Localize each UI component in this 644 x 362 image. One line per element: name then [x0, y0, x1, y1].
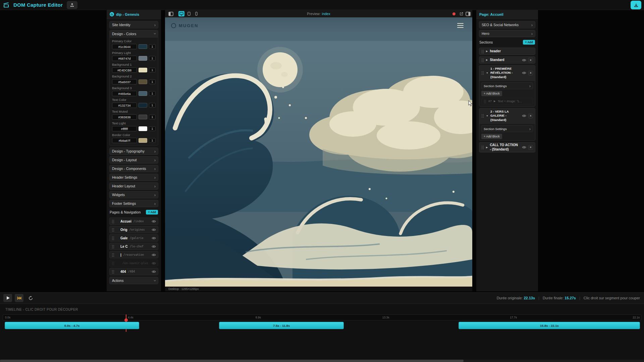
- reset-button[interactable]: [26, 294, 35, 302]
- accordion-header-settings[interactable]: Header Settings›: [109, 174, 158, 181]
- page-name[interactable]: 404: [120, 270, 126, 274]
- accordion-design-layout[interactable]: Design - Layout›: [109, 156, 158, 164]
- accordion-site-identity[interactable]: Site Identity›: [109, 21, 158, 28]
- add-section-button[interactable]: + Add: [523, 40, 535, 45]
- page-row[interactable]: Accuei/index: [109, 218, 158, 225]
- section-row[interactable]: ▼2 - VERS LA GALERIE - (Standard)×: [479, 108, 535, 124]
- color-hex-input[interactable]: #465e6a: [112, 91, 137, 96]
- section-row[interactable]: ▶CALL TO ACTION - (Standard)×: [479, 142, 535, 153]
- triangle-right-icon[interactable]: ▶: [486, 50, 488, 53]
- drag-handle-icon[interactable]: [112, 270, 114, 274]
- play-button[interactable]: [3, 294, 12, 302]
- color-swatch[interactable]: [139, 68, 147, 72]
- drag-handle-icon[interactable]: [481, 58, 484, 62]
- accordion-design-colors[interactable]: Design - Colors ›: [110, 30, 158, 38]
- upload-button[interactable]: [67, 1, 77, 9]
- add-block-button[interactable]: + Add Block: [481, 91, 502, 96]
- remove-section-button[interactable]: ×: [528, 114, 533, 118]
- toggle-visibility-button[interactable]: [152, 228, 156, 231]
- record-button[interactable]: [451, 11, 457, 16]
- triangle-right-icon[interactable]: ▶: [486, 59, 488, 61]
- toggle-visibility-button[interactable]: [152, 262, 156, 265]
- section-row[interactable]: ▼1 - PREMIÈRE RÉVÉLATION - (Standard)×: [479, 65, 535, 81]
- accordion-design-components[interactable]: Design - Components›: [109, 165, 158, 172]
- color-opacity-input[interactable]: 1: [149, 79, 156, 84]
- remove-section-button[interactable]: ×: [528, 58, 533, 62]
- toggle-visibility-button[interactable]: [152, 237, 156, 240]
- scrollbar-thumb[interactable]: [0, 360, 464, 362]
- color-hex-input[interactable]: #ffffff: [112, 126, 137, 131]
- triangle-down-icon[interactable]: ▼: [486, 115, 488, 117]
- remove-section-button[interactable]: ×: [528, 145, 533, 150]
- page-name[interactable]: |: [120, 253, 121, 257]
- drag-handle-icon[interactable]: [481, 50, 484, 53]
- open-external-button[interactable]: [458, 11, 464, 16]
- accordion-design-typography[interactable]: Design - Typography›: [109, 147, 158, 155]
- drag-handle-icon[interactable]: [112, 236, 114, 240]
- toggle-right-panel-button[interactable]: [465, 11, 471, 16]
- color-opacity-input[interactable]: 1: [149, 68, 156, 72]
- page-row[interactable]: Gale/galerie: [109, 234, 158, 242]
- page-row[interactable]: Le C/le-chef: [109, 243, 158, 250]
- color-swatch[interactable]: [139, 91, 147, 96]
- color-swatch[interactable]: [139, 103, 147, 108]
- triangle-down-icon[interactable]: ▼: [486, 72, 488, 74]
- color-swatch[interactable]: [139, 138, 147, 143]
- drag-handle-icon[interactable]: [112, 253, 114, 257]
- page-name[interactable]: Accuei: [120, 220, 131, 223]
- color-hex-input[interactable]: #68747d: [112, 56, 137, 61]
- horizontal-scrollbar[interactable]: [0, 360, 644, 362]
- drag-handle-icon[interactable]: [484, 100, 486, 103]
- accordion-header-layout[interactable]: Header Layout›: [109, 182, 158, 190]
- accordion-footer-settings[interactable]: Footer Settings›: [109, 200, 158, 207]
- page-name[interactable]: Le C: [120, 245, 128, 248]
- timeline-segment[interactable]: 0.0s - 4.7s: [5, 322, 140, 329]
- drag-handle-icon[interactable]: [112, 261, 114, 265]
- page-row[interactable]: Orig/origines: [109, 226, 158, 233]
- accordion-hero[interactable]: Hero›: [479, 30, 535, 37]
- toggle-visibility-button[interactable]: [522, 59, 526, 62]
- page-row[interactable]: |/reservation: [109, 251, 158, 258]
- page-name[interactable]: Orig: [120, 228, 127, 232]
- drag-handle-icon[interactable]: [112, 245, 114, 248]
- toggle-visibility-button[interactable]: [152, 253, 156, 256]
- remove-section-button[interactable]: ×: [528, 71, 533, 75]
- color-swatch[interactable]: [139, 115, 147, 119]
- add-block-button[interactable]: + Add Block: [481, 134, 502, 139]
- triangle-right-icon[interactable]: ▶: [494, 100, 495, 103]
- color-opacity-input[interactable]: 1: [149, 44, 156, 49]
- page-row[interactable]: 404/404: [109, 268, 158, 275]
- color-hex-input[interactable]: #1c3644: [112, 44, 137, 49]
- site-logo[interactable]: MUGEN: [171, 23, 198, 28]
- toggle-visibility-button[interactable]: [152, 220, 156, 223]
- drag-handle-icon[interactable]: [481, 145, 484, 149]
- color-hex-input[interactable]: #E4DCB8: [112, 67, 137, 73]
- drag-handle-icon[interactable]: [481, 71, 484, 75]
- color-opacity-input[interactable]: 1: [149, 56, 156, 61]
- skip-to-start-button[interactable]: [15, 294, 23, 302]
- accordion-actions[interactable]: Actions ›: [109, 277, 158, 284]
- color-opacity-input[interactable]: 1: [149, 103, 156, 108]
- color-opacity-input[interactable]: 1: [149, 115, 156, 119]
- section-settings-row[interactable]: Section Settings›: [481, 82, 533, 89]
- color-swatch[interactable]: [139, 79, 147, 84]
- hamburger-menu-button[interactable]: [457, 23, 464, 28]
- color-opacity-input[interactable]: 1: [149, 126, 156, 131]
- download-button[interactable]: [631, 1, 641, 9]
- toggle-visibility-button[interactable]: [152, 245, 156, 248]
- toggle-visibility-button[interactable]: [522, 71, 526, 74]
- playhead-handle[interactable]: [124, 318, 128, 322]
- color-swatch[interactable]: [139, 56, 147, 61]
- timeline-segment[interactable]: 7.5s - 11.8s: [219, 322, 343, 329]
- color-opacity-input[interactable]: 1: [149, 91, 156, 96]
- page-row[interactable]: /en-savoir-plus: [109, 259, 158, 267]
- toggle-visibility-button[interactable]: [522, 146, 526, 149]
- color-hex-input[interactable]: #383838: [112, 114, 137, 120]
- toggle-visibility-button[interactable]: [152, 270, 156, 273]
- page-name[interactable]: Gale: [120, 236, 128, 240]
- color-opacity-input[interactable]: 1: [149, 138, 156, 143]
- timeline-segment[interactable]: 15.8s - 22.1s: [459, 322, 640, 329]
- block-row[interactable]: #7▶Text + Image: "L...: [481, 98, 533, 105]
- drag-handle-icon[interactable]: [112, 228, 114, 232]
- accordion-seo-social-networks[interactable]: SEO & Social Networks›: [479, 21, 535, 28]
